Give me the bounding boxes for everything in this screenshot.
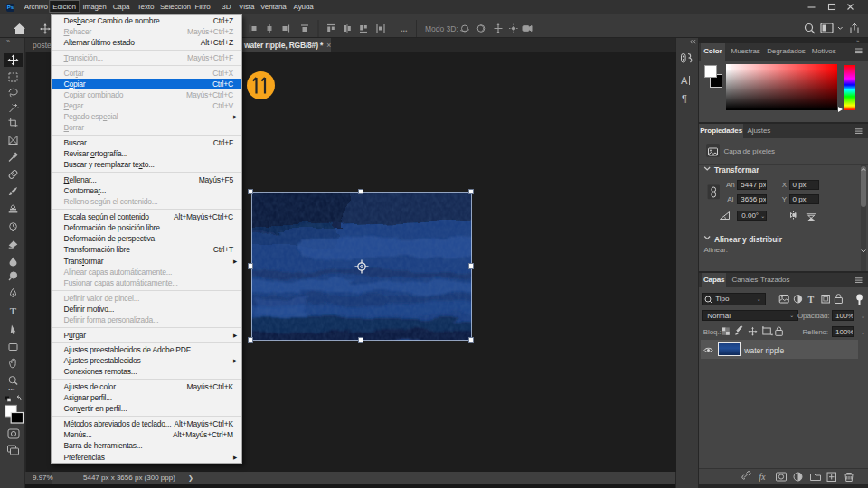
svg-text:...: ... xyxy=(401,24,408,33)
svg-text:T: T xyxy=(10,305,17,316)
svg-text:...: ... xyxy=(8,383,15,392)
svg-text:»: » xyxy=(856,38,860,43)
svg-text:Modo 3D:: Modo 3D: xyxy=(425,24,458,33)
svg-text:A: A xyxy=(681,75,688,86)
svg-text:fx: fx xyxy=(760,473,767,482)
svg-text:¶: ¶ xyxy=(682,93,687,104)
svg-text:T: T xyxy=(808,295,815,305)
svg-text:»: » xyxy=(6,38,10,44)
